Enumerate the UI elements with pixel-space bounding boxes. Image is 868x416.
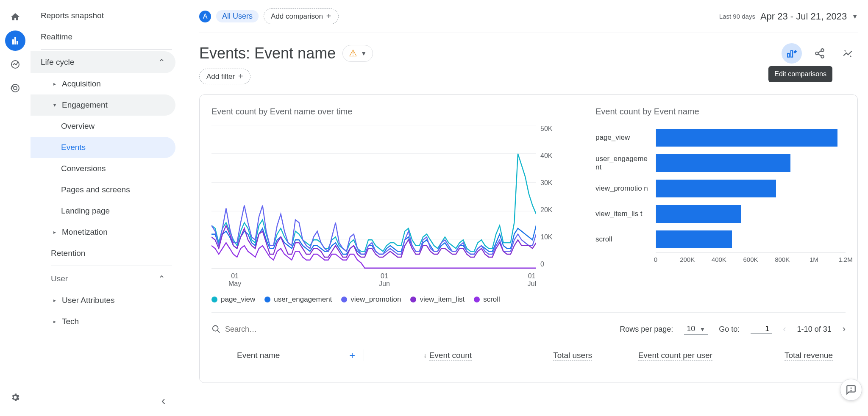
th-event-per-user[interactable]: Event count per user [605,349,725,361]
topbar: A All Users Add comparison + Last 90 day… [199,0,858,33]
pagination-text: 1-10 of 31 [797,325,832,334]
sidebar-acquisition[interactable]: ▸ Acquisition [31,73,175,94]
sidebar-section-lifecycle[interactable]: Life cycle ⌃ [31,51,175,73]
warning-chip[interactable]: ⚠ ▼ [342,45,373,62]
plus-icon: + [238,72,243,81]
audience-badge: A [199,11,211,22]
svg-point-6 [815,52,818,55]
bar-row: page_view [595,125,846,150]
search-wrap [211,324,352,334]
svg-point-1 [11,84,19,92]
plus-icon: + [326,11,331,21]
title-row: Events: Event name ⚠ ▼ Edit comparisons [199,33,858,69]
line-chart-title: Event count by Event name over time [211,107,562,116]
date-range-text: Apr 23 - Jul 21, 2023 [760,11,847,22]
svg-line-8 [818,51,821,53]
th-event-count[interactable]: ↓ Event count [364,349,484,361]
chevron-up-icon: ⌃ [158,57,165,67]
next-page-button[interactable]: › [843,324,846,335]
settings-icon[interactable] [5,387,25,408]
sidebar-engagement[interactable]: ▾ Engagement [31,94,175,116]
sidebar-retention[interactable]: Retention [31,243,175,264]
caret-down-icon: ▾ [51,101,58,109]
svg-point-19 [851,391,851,391]
chevron-up-icon: ⌃ [158,274,165,284]
th-total-users[interactable]: Total users [484,349,605,361]
share-button[interactable] [810,43,830,64]
svg-point-16 [213,326,218,331]
y-axis-labels: 50K40K30K20K10K0 [536,125,562,269]
table-controls: Rows per page: 10 ▼ Go to: ‹ 1-10 of 31 … [211,312,846,340]
date-hint: Last 90 days [719,13,755,20]
add-dimension-icon[interactable]: + [349,349,355,361]
go-to-label: Go to: [719,325,740,334]
sidebar-user-attributes[interactable]: ▸ User Attributes [31,290,175,311]
chevron-down-icon: ▼ [699,326,705,333]
svg-point-5 [821,49,824,52]
date-range-picker[interactable]: Last 90 days Apr 23 - Jul 21, 2023 ▼ [719,11,858,22]
go-to-input[interactable] [751,324,772,334]
sidebar-lifecycle-label: Life cycle [41,58,74,67]
sidebar-reports-snapshot[interactable]: Reports snapshot [31,5,175,26]
caret-right-icon: ▸ [51,80,58,88]
prev-page-button[interactable]: ‹ [783,324,786,335]
sidebar: Reports snapshot Realtime Life cycle ⌃ ▸… [31,0,182,416]
bar-row: scroll [595,227,846,252]
svg-line-9 [818,54,821,56]
sidebar-monetization[interactable]: ▸ Monetization [31,222,175,243]
reports-icon[interactable] [5,31,25,51]
sidebar-section-user[interactable]: User ⌃ [31,268,175,290]
svg-line-17 [217,330,220,333]
tooltip: Edit comparisons [768,66,832,82]
warning-icon: ⚠ [349,48,357,59]
add-filter-button[interactable]: Add filter + [199,69,250,84]
chevron-down-icon: ▼ [852,13,858,20]
rows-per-page-select[interactable]: 10 ▼ [684,324,708,335]
legend-item[interactable]: view_item_list [410,295,465,304]
sidebar-pages-screens[interactable]: Pages and screens [31,179,175,200]
home-icon[interactable] [5,7,25,27]
sidebar-events[interactable]: Events [31,137,175,158]
sidebar-conversions[interactable]: Conversions [31,158,175,179]
svg-point-2 [14,86,17,90]
caret-right-icon: ▸ [51,228,58,236]
caret-right-icon: ▸ [51,318,58,325]
advertising-icon[interactable] [5,78,25,98]
legend-item[interactable]: user_engagement [264,295,332,304]
svg-point-7 [821,55,824,58]
bar-chart-plot[interactable]: page_viewuser_engagementview_promotio nv… [595,125,846,252]
legend-item[interactable]: view_promotion [341,295,401,304]
th-total-revenue[interactable]: Total revenue [725,349,846,361]
bar-chart-title: Event count by Event name [595,107,846,116]
sidebar-tech[interactable]: ▸ Tech [31,311,175,332]
insights-button[interactable] [837,43,858,64]
bar-row: view_item_lis t [595,201,846,227]
collapse-sidebar-icon[interactable]: ‹ [161,394,165,408]
sidebar-realtime[interactable]: Realtime [31,26,175,47]
chart-card: Event count by Event name over time 50K4… [199,94,858,383]
rows-per-page-label: Rows per page: [620,325,673,334]
bar-row: view_promotio n [595,176,846,201]
bar-x-axis: 0200K400K600K800K1M1.2M [656,252,846,265]
sidebar-overview[interactable]: Overview [31,116,175,137]
line-chart-plot[interactable] [211,125,536,269]
legend-item[interactable]: scroll [474,295,500,304]
bar-row: user_engagement [595,150,846,176]
search-icon [211,324,221,334]
caret-right-icon: ▸ [51,297,58,304]
page-title: Events: Event name [199,44,336,62]
sort-down-icon: ↓ [423,352,427,359]
search-input[interactable] [225,325,352,334]
x-axis-labels: 01May01Jun01Jul [211,269,562,288]
edit-comparisons-button[interactable] [782,43,802,64]
chevron-down-icon: ▼ [361,50,367,57]
sidebar-landing-page[interactable]: Landing page [31,200,175,222]
explore-icon[interactable] [5,54,25,75]
th-event-name[interactable]: Event name + [211,349,364,361]
main-content: A All Users Add comparison + Last 90 day… [182,0,868,416]
feedback-button[interactable] [840,379,862,401]
icon-rail [0,0,31,416]
legend-item[interactable]: page_view [211,295,255,304]
add-comparison-button[interactable]: Add comparison + [264,8,339,24]
segment-chip[interactable]: All Users [216,10,259,22]
